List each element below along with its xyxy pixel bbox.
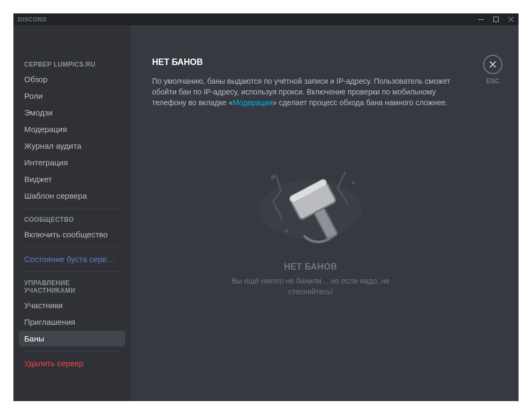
- description-text-after: » сделает процесс обхода бана намного сл…: [272, 98, 447, 107]
- sidebar-item-label: Шаблон сервера: [24, 191, 87, 200]
- sidebar-item-boost-status[interactable]: Состояние буста серв…: [19, 251, 125, 267]
- app-title: DISCORD: [18, 16, 47, 23]
- sidebar-divider: [24, 208, 120, 208]
- sidebar-item-moderation[interactable]: Модерация: [19, 121, 125, 137]
- sidebar-item-integrations[interactable]: Интеграция: [19, 155, 125, 170]
- sidebar-item-enable-community[interactable]: Включить сообщество: [19, 227, 125, 242]
- sidebar-item-invites[interactable]: Приглашения: [19, 314, 125, 330]
- empty-title: НЕТ БАНОВ: [284, 262, 337, 272]
- settings-sidebar: СЕРВЕР LUMPICS.RU Обзор Роли Эмодзи Моде…: [13, 25, 131, 401]
- sidebar-item-audit-log[interactable]: Журнал аудита: [19, 138, 125, 154]
- close-window-icon: [508, 16, 514, 23]
- sidebar-item-emoji[interactable]: Эмодзи: [19, 105, 125, 120]
- minimize-icon: [478, 16, 484, 23]
- sidebar-item-label: Интеграция: [24, 158, 68, 167]
- main-content: ESC НЕТ БАНОВ По умолчанию, баны выдаютс…: [131, 25, 519, 401]
- sidebar-item-label: Участники: [24, 301, 63, 310]
- svg-marker-2: [508, 17, 514, 22]
- page-title: НЕТ БАНОВ: [152, 57, 497, 67]
- sidebar-item-widget[interactable]: Виджет: [19, 171, 125, 187]
- sidebar-section-community: СООБЩЕСТВО: [19, 213, 125, 227]
- sidebar-item-label: Роли: [24, 91, 43, 100]
- sidebar-item-roles[interactable]: Роли: [19, 88, 125, 104]
- close-settings: ESC: [483, 55, 502, 85]
- sidebar-item-label: Удалить сервер: [24, 359, 83, 368]
- moderation-link[interactable]: Модерация: [233, 98, 272, 107]
- sidebar-item-label: Виджет: [24, 175, 52, 184]
- sidebar-item-members[interactable]: Участники: [19, 297, 125, 313]
- svg-point-5: [352, 181, 355, 184]
- svg-point-4: [271, 175, 275, 179]
- sidebar-item-label: Состояние буста серв…: [24, 255, 114, 264]
- minimize-button[interactable]: [473, 13, 488, 25]
- sidebar-item-label: Приглашения: [24, 317, 75, 326]
- sidebar-divider: [24, 271, 120, 272]
- ban-hammer-icon: [241, 150, 380, 247]
- maximize-button[interactable]: [488, 13, 504, 25]
- svg-rect-1: [494, 17, 499, 21]
- close-icon: [488, 60, 498, 69]
- sidebar-section-server: СЕРВЕР LUMPICS.RU: [19, 57, 125, 71]
- sidebar-item-label: Журнал аудита: [24, 141, 81, 150]
- content-divider: [152, 121, 469, 121]
- empty-state: НЕТ БАНОВ Вы ещё никого не банили… но ес…: [152, 134, 469, 297]
- sidebar-item-overview[interactable]: Обзор: [19, 71, 125, 87]
- sidebar-item-label: Эмодзи: [24, 108, 53, 117]
- sidebar-item-label: Модерация: [24, 125, 67, 134]
- empty-subtitle: Вы ещё никого не банили… но если надо, н…: [230, 276, 391, 297]
- titlebar: DISCORD: [13, 13, 519, 25]
- sidebar-item-server-template[interactable]: Шаблон сервера: [19, 188, 125, 204]
- sidebar-section-members: УПРАВЛЕНИЕ УЧАСТНИКАМИ: [19, 276, 125, 297]
- sidebar-divider: [24, 351, 120, 351]
- close-window-button[interactable]: [504, 13, 519, 25]
- app-window: DISCORD СЕРВЕР LUMPICS.RU Обзор Роли Эмо…: [13, 13, 519, 401]
- sidebar-item-bans[interactable]: Баны: [19, 331, 125, 346]
- page-description: По умолчанию, баны выдаются по учётной з…: [152, 76, 469, 108]
- sidebar-divider: [24, 246, 120, 247]
- sidebar-item-label: Обзор: [24, 75, 47, 84]
- svg-point-6: [285, 229, 288, 233]
- close-button[interactable]: [483, 55, 502, 74]
- svg-rect-0: [478, 19, 484, 20]
- maximize-icon: [493, 16, 499, 23]
- sidebar-item-delete-server[interactable]: Удалить сервер: [19, 355, 125, 371]
- esc-label: ESC: [486, 77, 500, 85]
- window-controls: [473, 13, 519, 25]
- sidebar-item-label: Баны: [24, 334, 44, 343]
- content-area: СЕРВЕР LUMPICS.RU Обзор Роли Эмодзи Моде…: [13, 25, 519, 401]
- sidebar-item-label: Включить сообщество: [24, 230, 107, 239]
